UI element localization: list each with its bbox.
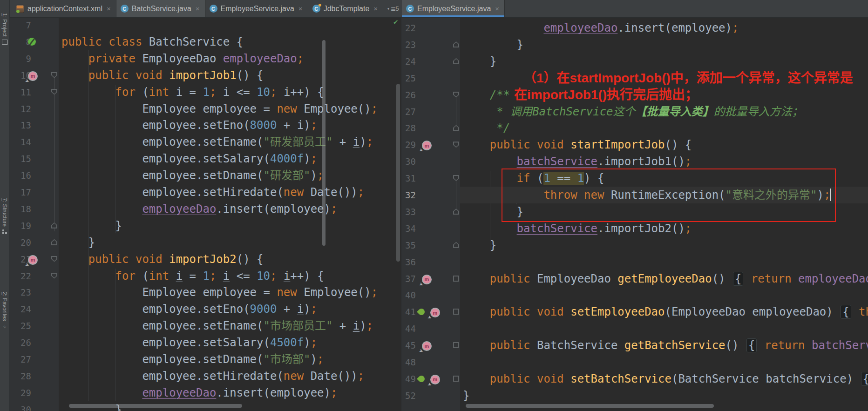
gutter-icon[interactable]: m [28, 71, 38, 81]
line-number[interactable]: 30 [401, 153, 416, 170]
code-line-16[interactable]: 16 employee.setDname("研发部"); [9, 167, 401, 184]
code-line-26[interactable]: 26 employee.setSalary(4500f); [9, 334, 401, 351]
code-line-49[interactable]: 49m+ public void setBatchService(BatchSe… [401, 371, 868, 387]
line-number[interactable]: 26 [9, 334, 31, 351]
line-number[interactable]: 31 [401, 170, 416, 187]
gutter-icon[interactable] [418, 375, 425, 382]
gutter-icon[interactable]: m [28, 255, 38, 265]
close-tab-icon[interactable]: × [195, 5, 201, 13]
line-number[interactable]: 28 [401, 120, 416, 136]
line-number[interactable]: 14 [9, 134, 31, 150]
code-line-28[interactable]: 28 employee.setHiredate(new Date()); [9, 368, 401, 384]
code-line-25[interactable]: 25 employee.setEname("市场部员工" + i); [9, 317, 401, 334]
fold-marker-plus[interactable]: + [453, 309, 459, 315]
code-line-52[interactable]: 52} [401, 387, 868, 404]
code-line-34[interactable]: 34 batchService.importJob2(); [401, 220, 868, 237]
line-number[interactable]: 34 [401, 220, 416, 237]
fold-marker-plus[interactable]: + [453, 276, 459, 282]
code-line-48[interactable]: 48 [401, 354, 868, 371]
fold-marker-open[interactable] [51, 72, 57, 78]
editor-tab-employeeservice-java[interactable]: CEmployeeService.java× [402, 0, 505, 17]
code-line-24[interactable]: 24 } [401, 53, 868, 70]
line-number[interactable]: 27 [401, 103, 416, 120]
fold-marker-open[interactable] [51, 273, 57, 279]
code-line-44[interactable]: 44 [401, 320, 868, 337]
code-line-14[interactable]: 14 employee.setEname("研发部员工" + i); [9, 134, 401, 150]
code-line-30[interactable]: 30 batchService.importJob1(); [401, 153, 868, 170]
gutter-icon[interactable]: m [430, 375, 440, 384]
code-line-7[interactable]: 7 [9, 17, 401, 34]
line-number[interactable]: 24 [9, 301, 31, 317]
code-line-45[interactable]: 45m+ public BatchService getBatchService… [401, 337, 868, 354]
code-line-23[interactable]: 23 } [401, 36, 868, 53]
code-line-27[interactable]: 27 employee.setDname("市场部"); [9, 351, 401, 368]
hidden-tabs-dropdown[interactable]: ▾≡5 [387, 0, 399, 17]
line-number[interactable]: 29 [9, 384, 31, 401]
fold-marker-close[interactable] [453, 125, 459, 131]
close-tab-icon[interactable]: × [298, 5, 304, 13]
line-number[interactable]: 19 [9, 217, 31, 234]
line-number[interactable]: 22 [401, 20, 416, 36]
code-line-41[interactable]: 41m+ public void setEmployeeDao(Employee… [401, 303, 868, 320]
line-number[interactable]: 29 [401, 136, 416, 153]
gutter-icon[interactable] [418, 308, 425, 315]
code-line-29[interactable]: 29m public void startImportJob() { [401, 136, 868, 153]
code-line-24[interactable]: 24 employee.setEno(9000 + i); [9, 301, 401, 317]
line-number[interactable]: 52 [401, 387, 416, 404]
code-line-11[interactable]: 11 for (int i = 1; i <= 10; i++) { [9, 84, 401, 101]
gutter-icon[interactable] [28, 38, 36, 46]
line-number[interactable]: 25 [9, 317, 31, 334]
fold-marker-open[interactable] [51, 89, 57, 95]
code-line-19[interactable]: 19 } [9, 217, 401, 234]
code-line-27[interactable]: 27 * 调用BatchService这个【批量导入类】的批量导入方法； [401, 103, 868, 120]
code-line-15[interactable]: 15 employee.setSalary(4000f); [9, 150, 401, 167]
line-number[interactable]: 36 [401, 254, 416, 270]
line-number[interactable]: 7 [9, 17, 31, 34]
line-number[interactable]: 9 [9, 50, 31, 67]
fold-marker-close[interactable] [453, 209, 459, 215]
close-tab-icon[interactable]: × [373, 5, 379, 13]
code-line-13[interactable]: 13 employee.setEno(8000 + i); [9, 117, 401, 134]
fold-marker-close[interactable] [453, 242, 459, 248]
line-number[interactable]: 16 [9, 167, 31, 184]
line-number[interactable]: 48 [401, 354, 416, 371]
close-tab-icon[interactable]: × [106, 5, 112, 13]
line-number[interactable]: 11 [9, 84, 31, 101]
line-number[interactable]: 12 [9, 101, 31, 117]
gutter-icon[interactable]: m [422, 275, 432, 284]
inspections-ok-icon[interactable]: ✔ [393, 17, 398, 26]
code-line-40[interactable]: 40 [401, 287, 868, 303]
line-number[interactable]: 22 [9, 268, 31, 284]
code-line-9[interactable]: 9 private EmployeeDao employeeDao; [9, 50, 401, 67]
gutter-icon[interactable]: m [422, 141, 432, 150]
code-line-22[interactable]: 22 for (int i = 1; i <= 10; i++) { [9, 268, 401, 284]
line-number[interactable]: 13 [9, 117, 31, 134]
code-line-22[interactable]: 22 employeeDao.insert(employee); [401, 20, 868, 36]
stripe-button-favorites[interactable]: 2: Favorites☆ [0, 292, 9, 329]
line-number[interactable]: 26 [401, 87, 416, 103]
line-number[interactable]: 25 [401, 70, 416, 87]
editor-tab-applicationcontext-xml[interactable]: applicationContext.xml× [12, 0, 116, 17]
code-line-18[interactable]: 18 employeeDao.insert(employee); [9, 201, 401, 217]
fold-marker-open[interactable] [453, 92, 459, 98]
fold-marker-close[interactable] [453, 41, 459, 47]
line-number[interactable]: 30 [9, 401, 31, 411]
line-number[interactable]: 35 [401, 237, 416, 254]
line-number[interactable]: 40 [401, 287, 416, 303]
stripe-button-structure[interactable]: 7: Structure [0, 198, 9, 234]
line-number[interactable]: 18 [9, 201, 31, 217]
code-line-28[interactable]: 28 */ [401, 120, 868, 136]
fold-marker-close[interactable] [51, 222, 57, 229]
fold-marker-open[interactable] [453, 175, 459, 181]
line-number[interactable]: 37 [401, 270, 416, 287]
code-line-37[interactable]: 37m+ public EmployeeDao getEmployeeDao()… [401, 270, 868, 287]
line-number[interactable]: 23 [9, 284, 31, 301]
line-number[interactable]: 45 [401, 337, 416, 354]
editor-tab-batchservice-java[interactable]: CBatchService.java× [116, 0, 205, 17]
left-editor-vertical-scrollbar[interactable] [322, 40, 326, 246]
fold-marker-close[interactable] [51, 239, 57, 245]
gutter-icon[interactable]: m [430, 308, 440, 317]
gutter-icon[interactable]: m [422, 341, 432, 351]
code-line-20[interactable]: 20 } [9, 234, 401, 251]
code-line-8[interactable]: 8public class BatchService { [9, 34, 401, 50]
